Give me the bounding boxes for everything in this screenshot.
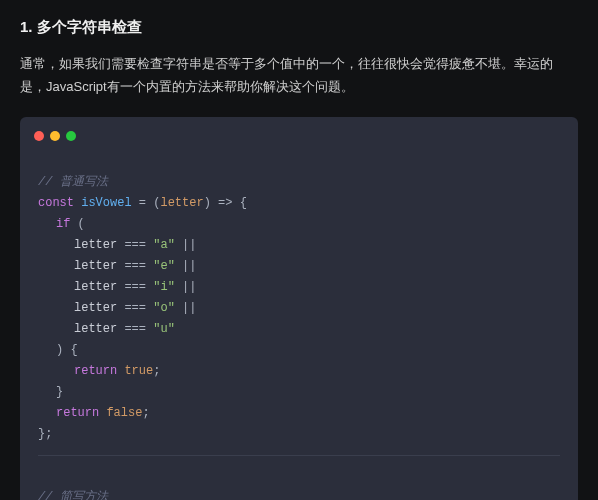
window-traffic-lights [20,127,578,151]
op-or: || [175,301,197,315]
string-literal: "o" [153,301,175,315]
punc: ( [70,217,84,231]
op-or: || [175,280,197,294]
op-eq: === [117,259,153,273]
string-literal: "u" [153,322,175,336]
ident: letter [74,238,117,252]
fn-name: isVowel [81,196,131,210]
ident: letter [74,322,117,336]
op-eq: === [117,322,153,336]
maximize-icon [66,131,76,141]
op-eq: === [117,301,153,315]
punc: ) { [56,343,78,357]
ident: letter [74,259,117,273]
op-or: || [175,238,197,252]
kw-return: return [74,364,117,378]
kw-return: return [56,406,99,420]
code-comment: // 普通写法 [38,175,108,189]
minimize-icon [50,131,60,141]
punc: ) => { [204,196,247,210]
punc: ; [153,364,160,378]
op-eq: === [117,238,153,252]
bool-true: true [124,364,153,378]
op-or: || [175,259,197,273]
section-heading: 1. 多个字符串检查 [20,18,578,37]
punc: }; [38,427,52,441]
code-block-verbose: // 普通写法 const isVowel = (letter) => { if… [20,151,578,445]
code-separator [38,455,560,456]
section-paragraph: 通常，如果我们需要检查字符串是否等于多个值中的一个，往往很快会觉得疲惫不堪。幸运… [20,53,578,99]
string-literal: "a" [153,238,175,252]
kw-const: const [38,196,74,210]
code-window: // 普通写法 const isVowel = (letter) => { if… [20,117,578,501]
string-literal: "i" [153,280,175,294]
bool-false: false [106,406,142,420]
code-comment: // 简写方法 [38,490,108,501]
ident: letter [74,301,117,315]
punc: } [56,385,63,399]
kw-if: if [56,217,70,231]
code-block-short: // 简写方法 const isVowel = (letter) => ["a"… [20,466,578,501]
punc: = ( [132,196,161,210]
param: letter [160,196,203,210]
punc: ; [142,406,149,420]
ident: letter [74,280,117,294]
close-icon [34,131,44,141]
string-literal: "e" [153,259,175,273]
op-eq: === [117,280,153,294]
